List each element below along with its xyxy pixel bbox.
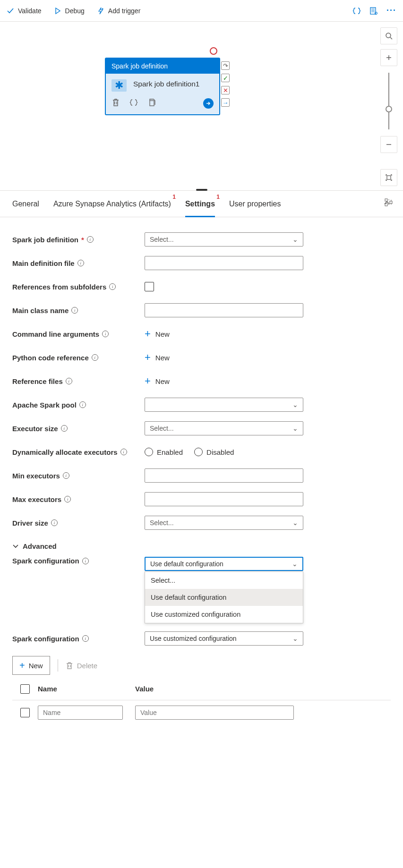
zoom-slider[interactable]	[388, 73, 389, 129]
min-executors-input[interactable]	[145, 468, 303, 483]
properties-icon[interactable]	[369, 7, 378, 15]
new-config-button[interactable]: + New	[12, 656, 50, 675]
lightning-icon	[97, 7, 104, 15]
delete-config-button[interactable]: Delete	[66, 662, 97, 670]
debug-label: Debug	[65, 7, 85, 15]
add-reference-file-button[interactable]: + New	[145, 375, 303, 387]
info-icon[interactable]: i	[63, 472, 69, 479]
dropdown-option-select[interactable]: Select...	[145, 572, 303, 589]
col-header-value: Value	[135, 685, 154, 693]
spark-configuration-label: Spark configurationi	[12, 557, 145, 565]
zoom-thumb[interactable]	[386, 106, 392, 112]
toolbar-right: ···	[352, 6, 396, 16]
chevron-down-icon: ⌄	[292, 519, 298, 527]
more-icon[interactable]: ···	[386, 6, 396, 16]
driver-size-select[interactable]: Select...⌄	[145, 516, 303, 530]
chevron-down-icon	[12, 543, 19, 550]
fit-to-screen-button[interactable]	[380, 169, 397, 186]
search-canvas-button[interactable]	[380, 27, 397, 44]
arrow-right-icon[interactable]	[203, 98, 214, 109]
info-icon[interactable]: i	[82, 635, 89, 642]
activity-footer	[106, 94, 219, 114]
spark-configuration-dropdown: Select... Use default configuration Use …	[145, 571, 303, 623]
info-icon[interactable]: i	[92, 354, 98, 361]
config-name-input[interactable]	[38, 706, 123, 720]
activity-card[interactable]: Spark job definition ✱ Spark job definit…	[105, 58, 220, 115]
row-checkbox[interactable]	[20, 708, 30, 717]
divider	[58, 659, 58, 672]
code-icon[interactable]	[129, 98, 138, 109]
validate-button[interactable]: Validate	[7, 7, 42, 15]
svg-line-11	[390, 37, 392, 39]
tab-artifacts[interactable]: Azure Synapse Analytics (Artifacts) 1	[53, 191, 171, 217]
add-command-arg-button[interactable]: + New	[145, 328, 303, 340]
dynamically-allocate-label: Dynamically allocate executorsi	[12, 448, 145, 456]
tab-user-properties[interactable]: User properties	[229, 191, 281, 217]
executor-size-select[interactable]: Select...⌄	[145, 421, 303, 435]
info-icon[interactable]: i	[109, 283, 116, 290]
apache-spark-pool-select[interactable]: ⌄	[145, 398, 303, 412]
chevron-down-icon: ⌄	[292, 425, 298, 432]
dropdown-option-default[interactable]: Use default configuration	[145, 589, 303, 606]
main-class-name-input[interactable]	[145, 303, 303, 317]
info-icon[interactable]: i	[82, 558, 89, 564]
delete-icon[interactable]	[111, 98, 120, 109]
add-trigger-button[interactable]: Add trigger	[97, 7, 140, 15]
info-icon[interactable]: i	[120, 449, 127, 455]
tab-settings[interactable]: Settings 1	[185, 191, 215, 217]
config-table-header: Name Value	[12, 678, 391, 700]
toolbar: Validate Debug Add trigger ···	[0, 0, 403, 22]
debug-button[interactable]: Debug	[54, 7, 85, 15]
add-trigger-label: Add trigger	[108, 7, 140, 15]
spark-job-definition-label: Spark job definition*i	[12, 236, 145, 244]
info-icon[interactable]: i	[79, 401, 86, 408]
info-icon[interactable]: i	[66, 378, 72, 384]
zoom-in-button[interactable]	[380, 49, 397, 66]
connector-failure-icon[interactable]: ✕	[221, 86, 230, 94]
copy-icon[interactable]	[147, 98, 156, 109]
advanced-toggle[interactable]: Advanced	[12, 542, 391, 550]
canvas-controls	[380, 27, 397, 209]
connector-skip-icon[interactable]: →	[221, 98, 230, 107]
plus-icon: +	[145, 351, 151, 364]
zoom-out-button[interactable]	[380, 136, 397, 153]
reference-files-label: Reference filesi	[12, 377, 145, 385]
connector-success-icon[interactable]: ✓	[221, 74, 230, 82]
braces-icon[interactable]	[352, 7, 361, 15]
dynamically-allocate-radio-group: Enabled Disabled	[145, 448, 303, 456]
main-definition-file-label: Main definition filei	[12, 259, 145, 267]
spark-configuration-select[interactable]: Use default configuration⌄	[145, 557, 303, 571]
activity-type-header: Spark job definition	[106, 59, 219, 74]
svg-rect-9	[150, 101, 154, 106]
driver-size-label: Driver sizei	[12, 519, 145, 527]
info-icon[interactable]: i	[102, 331, 109, 337]
add-python-ref-button[interactable]: + New	[145, 351, 303, 364]
references-subfolders-checkbox[interactable]	[145, 282, 154, 291]
collapse-panel-button[interactable]	[383, 199, 391, 209]
info-icon[interactable]: i	[87, 236, 94, 243]
main-definition-file-input[interactable]	[145, 256, 303, 270]
spark-icon: ✱	[111, 79, 127, 92]
apache-spark-pool-label: Apache Spark pooli	[12, 401, 145, 409]
info-icon[interactable]: i	[64, 496, 71, 502]
select-all-checkbox[interactable]	[20, 684, 30, 694]
info-icon[interactable]: i	[61, 425, 68, 432]
max-executors-input[interactable]	[145, 492, 303, 506]
validate-label: Validate	[18, 7, 42, 15]
radio-disabled[interactable]: Disabled	[194, 448, 234, 456]
info-icon[interactable]: i	[51, 519, 58, 526]
pipeline-canvas[interactable]: Spark job definition ✱ Spark job definit…	[0, 22, 403, 191]
config-value-input[interactable]	[135, 706, 294, 720]
spark-configuration-select-2[interactable]: Use customized configuration⌄	[145, 631, 303, 646]
max-executors-label: Max executorsi	[12, 495, 145, 503]
spark-job-definition-select[interactable]: Select... ⌄	[145, 232, 303, 247]
radio-enabled[interactable]: Enabled	[145, 448, 183, 456]
activity-title: Spark job definition1	[133, 79, 199, 89]
info-icon[interactable]: i	[77, 260, 84, 266]
tab-general[interactable]: General	[12, 191, 39, 217]
dropdown-option-custom[interactable]: Use customized configuration	[145, 606, 303, 623]
info-icon[interactable]: i	[71, 307, 78, 314]
play-icon	[54, 7, 61, 15]
connector-undo-icon[interactable]: ↷	[221, 61, 230, 70]
validation-error-icon	[210, 47, 217, 55]
